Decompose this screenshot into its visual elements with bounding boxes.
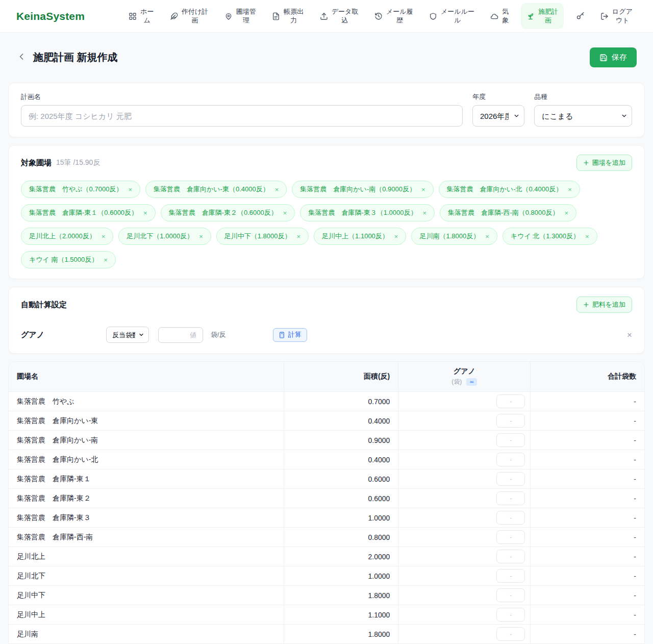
add-field-button-label: 圃場を追加 [592, 158, 625, 167]
shield-icon [429, 12, 437, 20]
approx-badge[interactable]: ≃ [466, 378, 477, 386]
brand-logo[interactable]: KeinaSystem [16, 10, 85, 22]
tag-remove-button[interactable]: × [568, 186, 572, 193]
save-button-label: 保存 [612, 53, 627, 62]
calc-mode-select[interactable]: 反当袋数 [106, 327, 149, 343]
nav-item-label: 気 象 [502, 8, 509, 25]
row-fertilizer-input[interactable] [496, 491, 525, 505]
tag-remove-button[interactable]: × [422, 210, 426, 216]
year-select[interactable]: 2026年度 [472, 105, 524, 127]
row-fertilizer-input[interactable] [496, 394, 525, 408]
tag-remove-button[interactable]: × [199, 233, 203, 240]
row-area: 1.0000 [284, 566, 398, 586]
row-fertilizer-input[interactable] [496, 627, 525, 641]
row-fertilizer-input[interactable] [496, 472, 525, 486]
row-fertilizer-cell [398, 508, 531, 528]
row-area: 0.6000 [284, 489, 398, 508]
fields-table: 圃場名 面積(反) グアノ (袋) ≃ 合計袋数 集落営農 竹やぶ0.7000-… [9, 362, 644, 644]
row-area: 1.0000 [284, 508, 398, 528]
row-fertilizer-cell [398, 411, 531, 431]
nav-item-home[interactable]: ホー ム [124, 5, 158, 28]
nav-item-weather[interactable]: 気 象 [486, 5, 513, 28]
save-icon [599, 54, 608, 62]
cloud-icon [490, 12, 498, 20]
row-area: 0.6000 [284, 469, 398, 489]
wheat-icon [170, 12, 178, 20]
table-row: 足川中上1.1000- [9, 605, 644, 625]
row-fertilizer-cell [398, 450, 531, 469]
field-tag: 足川中上（1.1000反）× [314, 228, 406, 245]
table-row: 集落営農 倉庫向かい-南0.9000- [9, 431, 644, 450]
row-fertilizer-input[interactable] [496, 588, 525, 602]
tag-remove-button[interactable]: × [421, 186, 425, 193]
nav-item-fertilization-plan[interactable]: 施肥計 画 [521, 3, 564, 30]
plan-form-card: 計画名 年度 2026年度 品種 にこまる [8, 83, 645, 137]
row-fertilizer-input[interactable] [496, 414, 525, 428]
plan-name-label: 計画名 [21, 92, 463, 102]
nav-item-report-output[interactable]: 帳票出 力 [268, 5, 308, 28]
tag-remove-button[interactable]: × [102, 233, 106, 240]
add-fertilizer-button[interactable]: 肥料を追加 [576, 296, 632, 313]
add-fertilizer-button-label: 肥料を追加 [592, 300, 625, 309]
row-total: - [531, 489, 644, 508]
tag-remove-button[interactable]: × [104, 257, 108, 263]
add-field-button[interactable]: 圃場を追加 [576, 155, 632, 171]
nav-item-label: メール履 歴 [386, 8, 413, 25]
table-row: 集落営農 倉庫向かい-北0.4000- [9, 450, 644, 469]
plan-name-input[interactable] [21, 105, 463, 127]
tag-remove-button[interactable]: × [564, 210, 568, 216]
row-total: - [531, 469, 644, 489]
nav-item-key[interactable] [572, 9, 589, 23]
row-field-name: 集落営農 竹やぶ [9, 392, 284, 411]
row-total: - [531, 547, 644, 566]
row-area: 0.9000 [284, 431, 398, 450]
row-fertilizer-input[interactable] [496, 608, 525, 622]
back-button[interactable] [16, 52, 27, 64]
year-label: 年度 [472, 92, 524, 102]
nav-item-field-management[interactable]: 圃場管 理 [220, 5, 260, 28]
nav-item-cropping-plan[interactable]: 作付け計 画 [166, 5, 212, 28]
field-tag: 集落営農 倉庫隣-東３（1.0000反）× [300, 204, 435, 221]
field-tag: 集落営農 倉庫向かい-南（0.9000反）× [292, 181, 433, 198]
tag-remove-button[interactable]: × [485, 233, 489, 240]
history-icon [374, 12, 383, 20]
nav-item-data-import[interactable]: データ取 込 [316, 5, 363, 28]
fertilizer-name: グアノ [21, 330, 106, 340]
row-fertilizer-input[interactable] [496, 511, 525, 525]
fields-table-body: 集落営農 竹やぶ0.7000-集落営農 倉庫向かい-東0.4000-集落営農 倉… [9, 392, 644, 644]
tag-remove-button[interactable]: × [585, 233, 589, 240]
tag-remove-button[interactable]: × [275, 186, 279, 193]
field-tag-label: 足川中下（1.8000反） [224, 232, 291, 241]
row-area: 0.7000 [284, 392, 398, 411]
calc-value-input[interactable] [158, 327, 203, 343]
target-fields-card: 対象圃場 15筆 /15.90反 圃場を追加 集落営農 竹やぶ（0.7000反）… [8, 145, 645, 279]
nav-item-logout[interactable]: ログア ウト [596, 5, 637, 28]
field-tag-label: キウイ 北（1.3000反） [511, 232, 580, 241]
tag-remove-button[interactable]: × [394, 233, 398, 240]
row-field-name: 集落営農 倉庫向かい-南 [9, 431, 284, 450]
save-button[interactable]: 保存 [590, 47, 637, 67]
remove-fertilizer-button[interactable]: × [627, 331, 632, 339]
row-fertilizer-input[interactable] [496, 453, 525, 466]
tag-remove-button[interactable]: × [128, 186, 132, 193]
page-title: 施肥計画 新規作成 [33, 51, 118, 64]
fertilizer-header-unit: (袋) [451, 378, 462, 386]
nav-item-mail-history[interactable]: メール履 歴 [370, 5, 417, 28]
row-fertilizer-input[interactable] [496, 530, 525, 544]
row-total: - [531, 450, 644, 469]
tag-remove-button[interactable]: × [283, 210, 287, 216]
tag-remove-button[interactable]: × [143, 210, 147, 216]
field-tag-label: 足川北上（2.0000反） [29, 232, 96, 241]
field-tag-label: 集落営農 倉庫隣-東１（0.6000反） [29, 208, 138, 217]
calc-button[interactable]: 計算 [273, 328, 307, 342]
nav-items: ホー ム作付け計 画圃場管 理帳票出 力データ取 込メール履 歴メールルー ル気… [124, 3, 637, 30]
row-fertilizer-cell [398, 566, 531, 586]
row-fertilizer-input[interactable] [496, 569, 525, 583]
row-fertilizer-input[interactable] [496, 550, 525, 563]
variety-select[interactable]: にこまる [534, 105, 632, 127]
table-row: 集落営農 倉庫隣-西-南0.8000- [9, 528, 644, 547]
nav-item-mail-rules[interactable]: メールルー ル [425, 5, 479, 28]
row-fertilizer-input[interactable] [496, 433, 525, 447]
tag-remove-button[interactable]: × [296, 233, 300, 240]
target-fields-summary: 15筆 /15.90反 [56, 158, 100, 167]
